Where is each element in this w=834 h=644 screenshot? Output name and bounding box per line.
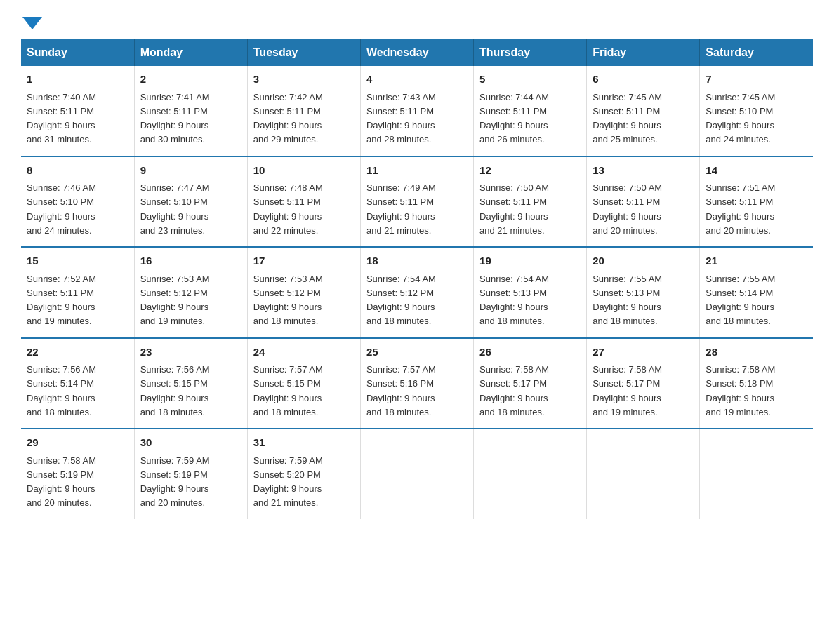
calendar-table: SundayMondayTuesdayWednesdayThursdayFrid… — [21, 39, 813, 519]
day-info: Sunrise: 7:41 AMSunset: 5:11 PMDaylight:… — [140, 92, 210, 145]
calendar-cell: 14 Sunrise: 7:51 AMSunset: 5:11 PMDaylig… — [700, 156, 813, 248]
day-info: Sunrise: 7:50 AMSunset: 5:11 PMDaylight:… — [479, 182, 549, 236]
day-number: 15 — [27, 253, 128, 269]
calendar-cell: 28 Sunrise: 7:58 AMSunset: 5:18 PMDaylig… — [700, 338, 813, 429]
calendar-cell: 27 Sunrise: 7:58 AMSunset: 5:17 PMDaylig… — [587, 338, 700, 429]
calendar-week-row: 8 Sunrise: 7:46 AMSunset: 5:10 PMDayligh… — [21, 156, 813, 248]
calendar-cell — [474, 429, 587, 519]
calendar-cell: 8 Sunrise: 7:46 AMSunset: 5:10 PMDayligh… — [21, 156, 134, 248]
logo — [21, 14, 44, 27]
calendar-cell: 23 Sunrise: 7:56 AMSunset: 5:15 PMDaylig… — [134, 338, 247, 429]
day-info: Sunrise: 7:55 AMSunset: 5:13 PMDaylight:… — [593, 274, 662, 327]
day-number: 25 — [366, 344, 468, 361]
day-number: 17 — [253, 253, 355, 269]
day-number: 3 — [253, 72, 355, 88]
day-number: 27 — [593, 344, 694, 361]
calendar-cell: 30 Sunrise: 7:59 AMSunset: 5:19 PMDaylig… — [134, 429, 247, 519]
weekday-header-wednesday: Wednesday — [360, 39, 473, 66]
day-info: Sunrise: 7:58 AMSunset: 5:19 PMDaylight:… — [27, 455, 96, 509]
day-number: 4 — [366, 72, 468, 88]
calendar-cell: 26 Sunrise: 7:58 AMSunset: 5:17 PMDaylig… — [474, 338, 587, 429]
calendar-cell: 15 Sunrise: 7:52 AMSunset: 5:11 PMDaylig… — [21, 247, 134, 338]
weekday-header-monday: Monday — [134, 39, 247, 66]
calendar-week-row: 1 Sunrise: 7:40 AMSunset: 5:11 PMDayligh… — [21, 66, 813, 156]
weekday-header-thursday: Thursday — [474, 39, 587, 66]
page-header — [21, 14, 813, 27]
calendar-cell: 1 Sunrise: 7:40 AMSunset: 5:11 PMDayligh… — [21, 66, 134, 156]
calendar-cell — [700, 429, 813, 519]
calendar-cell — [587, 429, 700, 519]
day-number: 23 — [140, 344, 241, 361]
day-info: Sunrise: 7:47 AMSunset: 5:10 PMDaylight:… — [140, 182, 210, 236]
day-number: 24 — [253, 344, 355, 361]
day-info: Sunrise: 7:54 AMSunset: 5:13 PMDaylight:… — [479, 274, 549, 327]
day-number: 31 — [253, 435, 355, 451]
day-number: 9 — [140, 163, 241, 179]
weekday-header-saturday: Saturday — [700, 39, 813, 66]
day-info: Sunrise: 7:50 AMSunset: 5:11 PMDaylight:… — [593, 182, 662, 236]
calendar-cell: 25 Sunrise: 7:57 AMSunset: 5:16 PMDaylig… — [360, 338, 473, 429]
day-number: 11 — [366, 163, 468, 179]
day-info: Sunrise: 7:58 AMSunset: 5:18 PMDaylight:… — [706, 364, 775, 417]
day-info: Sunrise: 7:58 AMSunset: 5:17 PMDaylight:… — [479, 364, 549, 417]
calendar-cell: 11 Sunrise: 7:49 AMSunset: 5:11 PMDaylig… — [360, 156, 473, 248]
day-number: 18 — [366, 253, 468, 269]
day-info: Sunrise: 7:58 AMSunset: 5:17 PMDaylight:… — [593, 364, 662, 417]
day-info: Sunrise: 7:42 AMSunset: 5:11 PMDaylight:… — [253, 92, 323, 145]
day-number: 16 — [140, 253, 241, 269]
weekday-header-friday: Friday — [587, 39, 700, 66]
calendar-cell: 3 Sunrise: 7:42 AMSunset: 5:11 PMDayligh… — [247, 66, 360, 156]
day-number: 19 — [479, 253, 581, 269]
day-info: Sunrise: 7:57 AMSunset: 5:16 PMDaylight:… — [366, 364, 436, 417]
calendar-cell: 10 Sunrise: 7:48 AMSunset: 5:11 PMDaylig… — [247, 156, 360, 248]
day-info: Sunrise: 7:53 AMSunset: 5:12 PMDaylight:… — [140, 274, 210, 327]
calendar-cell: 29 Sunrise: 7:58 AMSunset: 5:19 PMDaylig… — [21, 429, 134, 519]
day-info: Sunrise: 7:56 AMSunset: 5:14 PMDaylight:… — [27, 364, 96, 417]
day-info: Sunrise: 7:48 AMSunset: 5:11 PMDaylight:… — [253, 182, 323, 236]
calendar-week-row: 22 Sunrise: 7:56 AMSunset: 5:14 PMDaylig… — [21, 338, 813, 429]
calendar-cell: 16 Sunrise: 7:53 AMSunset: 5:12 PMDaylig… — [134, 247, 247, 338]
logo-triangle-icon — [22, 17, 42, 29]
calendar-cell: 18 Sunrise: 7:54 AMSunset: 5:12 PMDaylig… — [360, 247, 473, 338]
calendar-cell: 31 Sunrise: 7:59 AMSunset: 5:20 PMDaylig… — [247, 429, 360, 519]
calendar-cell: 12 Sunrise: 7:50 AMSunset: 5:11 PMDaylig… — [474, 156, 587, 248]
day-number: 29 — [27, 435, 128, 451]
day-info: Sunrise: 7:44 AMSunset: 5:11 PMDaylight:… — [479, 92, 549, 145]
calendar-header-row: SundayMondayTuesdayWednesdayThursdayFrid… — [21, 39, 813, 66]
day-info: Sunrise: 7:45 AMSunset: 5:11 PMDaylight:… — [593, 92, 662, 145]
weekday-header-tuesday: Tuesday — [247, 39, 360, 66]
calendar-week-row: 15 Sunrise: 7:52 AMSunset: 5:11 PMDaylig… — [21, 247, 813, 338]
day-info: Sunrise: 7:57 AMSunset: 5:15 PMDaylight:… — [253, 364, 323, 417]
calendar-cell: 5 Sunrise: 7:44 AMSunset: 5:11 PMDayligh… — [474, 66, 587, 156]
weekday-header-sunday: Sunday — [21, 39, 134, 66]
day-number: 20 — [593, 253, 694, 269]
day-info: Sunrise: 7:51 AMSunset: 5:11 PMDaylight:… — [706, 182, 775, 236]
day-info: Sunrise: 7:59 AMSunset: 5:19 PMDaylight:… — [140, 455, 210, 509]
calendar-cell: 24 Sunrise: 7:57 AMSunset: 5:15 PMDaylig… — [247, 338, 360, 429]
calendar-cell: 7 Sunrise: 7:45 AMSunset: 5:10 PMDayligh… — [700, 66, 813, 156]
day-number: 10 — [253, 163, 355, 179]
calendar-cell: 9 Sunrise: 7:47 AMSunset: 5:10 PMDayligh… — [134, 156, 247, 248]
calendar-cell: 20 Sunrise: 7:55 AMSunset: 5:13 PMDaylig… — [587, 247, 700, 338]
day-number: 6 — [593, 72, 694, 88]
day-info: Sunrise: 7:40 AMSunset: 5:11 PMDaylight:… — [27, 92, 96, 145]
day-number: 1 — [27, 72, 128, 88]
day-info: Sunrise: 7:54 AMSunset: 5:12 PMDaylight:… — [366, 274, 436, 327]
calendar-cell: 13 Sunrise: 7:50 AMSunset: 5:11 PMDaylig… — [587, 156, 700, 248]
calendar-week-row: 29 Sunrise: 7:58 AMSunset: 5:19 PMDaylig… — [21, 429, 813, 519]
day-info: Sunrise: 7:46 AMSunset: 5:10 PMDaylight:… — [27, 182, 96, 236]
day-number: 5 — [479, 72, 581, 88]
day-info: Sunrise: 7:49 AMSunset: 5:11 PMDaylight:… — [366, 182, 436, 236]
day-info: Sunrise: 7:43 AMSunset: 5:11 PMDaylight:… — [366, 92, 436, 145]
calendar-cell: 22 Sunrise: 7:56 AMSunset: 5:14 PMDaylig… — [21, 338, 134, 429]
calendar-cell: 17 Sunrise: 7:53 AMSunset: 5:12 PMDaylig… — [247, 247, 360, 338]
day-number: 7 — [706, 72, 807, 88]
day-number: 13 — [593, 163, 694, 179]
day-info: Sunrise: 7:53 AMSunset: 5:12 PMDaylight:… — [253, 274, 323, 327]
day-number: 8 — [27, 163, 128, 179]
calendar-cell: 21 Sunrise: 7:55 AMSunset: 5:14 PMDaylig… — [700, 247, 813, 338]
day-number: 28 — [706, 344, 807, 361]
day-info: Sunrise: 7:59 AMSunset: 5:20 PMDaylight:… — [253, 455, 323, 509]
day-number: 26 — [479, 344, 581, 361]
day-info: Sunrise: 7:45 AMSunset: 5:10 PMDaylight:… — [706, 92, 775, 145]
